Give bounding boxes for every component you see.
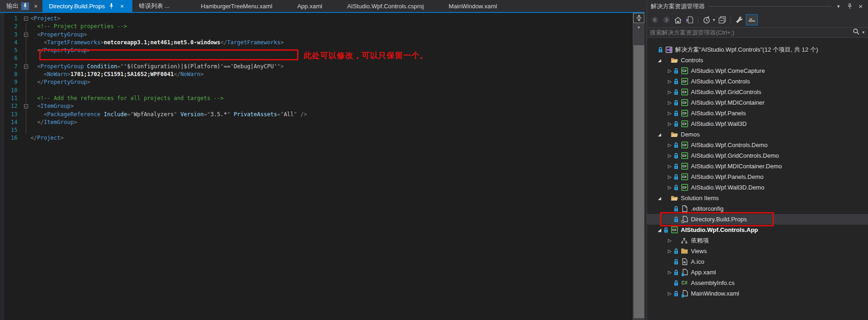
collapsed-arrow-icon[interactable]: ▷ <box>666 164 673 169</box>
tree-item[interactable]: ▷ 依赖项 <box>647 235 868 246</box>
collapsed-arrow-icon[interactable]: ▷ <box>666 153 673 158</box>
collapsed-arrow-icon[interactable]: ▷ <box>666 142 673 148</box>
tree-item[interactable]: C# AssemblyInfo.cs <box>647 278 868 288</box>
chevron-down-icon[interactable]: ▼ <box>862 30 865 35</box>
tree-item[interactable]: ◢ Solution Items <box>647 193 868 203</box>
solution-explorer-toolbar: ▼ <box>647 12 868 27</box>
pending-changes-filter-icon[interactable] <box>702 15 712 25</box>
fold-margin[interactable]: − <box>21 15 30 23</box>
tab-label: HamburgerTreeMenu.xaml <box>201 3 273 10</box>
tree-item-label: AIStudio.Wpf.Panels.Demo <box>691 173 764 180</box>
tree-item[interactable]: ▷ MainWindow.xaml <box>647 288 868 299</box>
tree-item[interactable]: 解决方案"AIStudio.Wpf.Controls"(12 个项目, 共 12… <box>647 44 868 55</box>
back-icon[interactable] <box>650 15 660 25</box>
collapsed-arrow-icon[interactable]: ▷ <box>666 79 673 84</box>
tab-document[interactable]: MainWindow.xaml <box>442 0 504 12</box>
lock-icon <box>673 79 679 84</box>
chevron-down-icon[interactable]: ▼ <box>835 4 842 9</box>
tab-label: 错误列表 ... <box>139 2 169 10</box>
chevron-down-icon[interactable]: ▼ <box>712 18 716 22</box>
tree-item[interactable]: ▷C# AIStudio.Wpf.Wall3D.Demo <box>647 182 868 193</box>
sync-active-document-icon[interactable] <box>684 15 695 25</box>
collapsed-arrow-icon[interactable]: ▷ <box>666 238 673 243</box>
preview-selected-items-toggle[interactable] <box>746 14 758 25</box>
code-line: 10 <box>0 87 307 95</box>
tree-item-label: .editorconfig <box>691 205 724 212</box>
visual-studio-window: 输出 × Directory.Build.Props × 错误列表 ... Ha… <box>0 0 868 320</box>
fold-margin[interactable]: − <box>21 63 30 71</box>
tree-item-label: AIStudio.Wpf.Wall3D.Demo <box>691 184 764 191</box>
tree-item[interactable]: ▷C# AIStudio.Wpf.MDIContainer.Demo <box>647 161 868 172</box>
line-number: 4 <box>0 39 21 47</box>
collapsed-arrow-icon[interactable]: ▷ <box>666 291 673 296</box>
search-input[interactable]: 搜索解决方案资源管理器(Ctrl+;) ▼ <box>647 27 868 38</box>
expanded-arrow-icon[interactable]: ◢ <box>656 132 663 137</box>
pin-icon[interactable] <box>107 2 115 10</box>
tree-item-label: AIStudio.Wpf.Controls.App <box>681 226 758 233</box>
fold-margin <box>21 47 30 54</box>
tree-item[interactable]: ▷C# AIStudio.Wpf.ComeCapture <box>647 65 868 76</box>
close-icon[interactable]: × <box>32 2 40 10</box>
splitter-handle-icon[interactable] <box>633 13 644 23</box>
expanded-arrow-icon[interactable]: ◢ <box>656 58 663 63</box>
pin-icon[interactable] <box>846 3 853 9</box>
tab-label: App.xaml <box>297 3 322 10</box>
tab-document[interactable]: 错误列表 ... <box>132 0 176 12</box>
collapsed-arrow-icon[interactable]: ▷ <box>666 111 673 116</box>
expanded-arrow-icon[interactable]: ◢ <box>656 228 663 232</box>
close-icon[interactable]: × <box>857 2 864 10</box>
tree-item[interactable]: ▷C# AIStudio.Wpf.Panels.Demo <box>647 172 868 182</box>
tree-item[interactable]: ◢ Controls <box>647 55 868 65</box>
tree-item[interactable]: ▷C# AIStudio.Wpf.Controls.Demo <box>647 140 868 150</box>
scrollbar-thumb[interactable] <box>634 45 644 318</box>
tree-item-label: Demos <box>681 131 700 138</box>
collapse-all-icon[interactable] <box>717 15 727 25</box>
solution-explorer-titlebar[interactable]: 解决方案资源管理器 ▼ × <box>647 0 868 12</box>
tree-item[interactable]: ▷ App.xaml <box>647 267 868 278</box>
pin-icon[interactable] <box>21 2 29 10</box>
csproj-icon: C# <box>680 173 689 180</box>
collapsed-arrow-icon[interactable]: ▷ <box>666 68 673 73</box>
code-line: 11 <!-- Add the references for all proje… <box>0 95 307 102</box>
tab-document[interactable]: HamburgerTreeMenu.xaml <box>195 0 279 12</box>
csproj-icon: C# <box>680 142 689 148</box>
line-number: 13 <box>0 111 21 119</box>
collapsed-arrow-icon[interactable]: ▷ <box>666 270 673 275</box>
tree-item[interactable]: ▷C# AIStudio.Wpf.GridControls <box>647 87 868 97</box>
forward-icon[interactable] <box>661 15 672 25</box>
scroll-up-arrow-icon[interactable]: ▲ <box>633 23 644 30</box>
tree-item[interactable]: ▷C# AIStudio.Wpf.MDIContainer <box>647 97 868 108</box>
tree-item[interactable]: ▷C# AIStudio.Wpf.Panels <box>647 108 868 119</box>
tab-directory-build-props[interactable]: Directory.Build.Props × <box>42 0 132 12</box>
collapsed-arrow-icon[interactable]: ▷ <box>666 121 673 126</box>
fold-margin[interactable]: − <box>21 102 30 110</box>
tab-document[interactable]: AIStudio.Wpf.Controls.csproj <box>341 0 430 12</box>
lock-icon <box>673 206 679 212</box>
tab-document[interactable]: App.xaml <box>291 0 328 12</box>
expanded-arrow-icon[interactable]: ◢ <box>656 196 663 201</box>
fold-margin[interactable]: − <box>21 31 30 39</box>
tree-item[interactable]: A.ico <box>647 256 868 267</box>
collapsed-arrow-icon[interactable]: ▷ <box>666 185 673 190</box>
tree-item[interactable]: ▷C# AIStudio.Wpf.Wall3D <box>647 119 868 129</box>
tree-item-label: Views <box>691 248 707 255</box>
folder-open-icon <box>670 57 678 64</box>
editor-vertical-scrollbar[interactable]: ▲ <box>633 13 644 320</box>
collapsed-arrow-icon[interactable]: ▷ <box>666 100 673 105</box>
tree-item[interactable]: ▷C# AIStudio.Wpf.Controls <box>647 76 868 87</box>
properties-wrench-icon[interactable] <box>734 15 744 25</box>
code-editor[interactable]: 1 − <Project> 2 <!-- Project properties … <box>0 13 633 320</box>
fold-margin <box>21 39 30 47</box>
tree-item[interactable]: ▷ Views <box>647 246 868 256</box>
collapsed-arrow-icon[interactable]: ▷ <box>666 89 673 95</box>
tree-item[interactable]: ◢ Demos <box>647 129 868 140</box>
tree-item[interactable]: ▷C# AIStudio.Wpf.GridControls.Demo <box>647 150 868 161</box>
annotation-text: 此处可以修改，可以只保留一个。 <box>303 50 428 61</box>
collapsed-arrow-icon[interactable]: ▷ <box>666 249 673 254</box>
tab-output[interactable]: 输出 × <box>0 0 42 12</box>
search-icon[interactable] <box>853 28 860 37</box>
collapsed-arrow-icon[interactable]: ▷ <box>666 174 673 179</box>
home-icon[interactable] <box>673 15 683 25</box>
tab-label: 输出 <box>6 2 18 10</box>
close-icon[interactable]: × <box>118 2 126 10</box>
